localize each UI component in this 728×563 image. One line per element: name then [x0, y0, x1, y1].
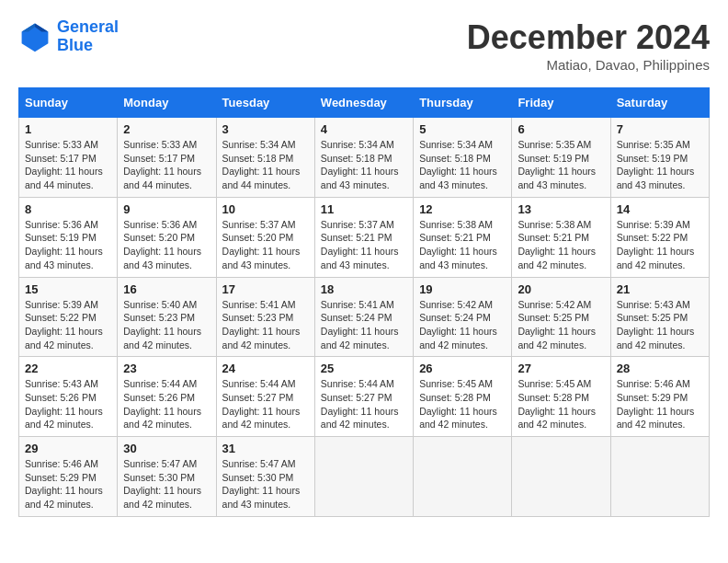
day-number: 29 — [25, 442, 111, 455]
day-info: Sunrise: 5:45 AMSunset: 5:28 PMDaylight:… — [419, 377, 506, 431]
day-number: 21 — [617, 282, 703, 296]
day-info: Sunrise: 5:44 AMSunset: 5:27 PMDaylight:… — [222, 377, 309, 431]
weekday-row: SundayMondayTuesdayWednesdayThursdayFrid… — [19, 88, 710, 118]
calendar-week-row: 1Sunrise: 5:33 AMSunset: 5:17 PMDaylight… — [19, 118, 710, 198]
day-number: 7 — [617, 122, 703, 136]
calendar-cell: 5Sunrise: 5:34 AMSunset: 5:18 PMDaylight… — [414, 118, 512, 198]
calendar-cell: 26Sunrise: 5:45 AMSunset: 5:28 PMDayligh… — [414, 357, 512, 437]
calendar-cell — [314, 437, 413, 517]
day-info: Sunrise: 5:43 AMSunset: 5:26 PMDaylight:… — [25, 377, 111, 431]
day-info: Sunrise: 5:37 AMSunset: 5:21 PMDaylight:… — [321, 218, 407, 272]
title-block: December 2024 Matiao, Davao, Philippines — [467, 18, 710, 73]
day-number: 6 — [518, 122, 604, 136]
day-number: 28 — [617, 362, 703, 375]
day-info: Sunrise: 5:38 AMSunset: 5:21 PMDaylight:… — [419, 218, 506, 272]
day-info: Sunrise: 5:43 AMSunset: 5:25 PMDaylight:… — [617, 298, 703, 352]
day-number: 8 — [25, 202, 111, 216]
day-info: Sunrise: 5:38 AMSunset: 5:21 PMDaylight:… — [518, 218, 604, 272]
calendar-cell — [610, 437, 709, 517]
weekday-header: Sunday — [19, 88, 118, 118]
calendar-cell: 6Sunrise: 5:35 AMSunset: 5:19 PMDaylight… — [512, 118, 610, 198]
calendar-cell: 11Sunrise: 5:37 AMSunset: 5:21 PMDayligh… — [314, 197, 413, 277]
calendar-cell: 24Sunrise: 5:44 AMSunset: 5:27 PMDayligh… — [216, 357, 314, 437]
page-header: General Blue December 2024 Matiao, Davao… — [18, 18, 710, 73]
calendar-cell: 17Sunrise: 5:41 AMSunset: 5:23 PMDayligh… — [216, 277, 314, 357]
calendar-cell: 19Sunrise: 5:42 AMSunset: 5:24 PMDayligh… — [414, 277, 512, 357]
day-info: Sunrise: 5:34 AMSunset: 5:18 PMDaylight:… — [222, 138, 309, 192]
svg-marker-0 — [22, 23, 49, 52]
calendar-cell: 4Sunrise: 5:34 AMSunset: 5:18 PMDaylight… — [314, 118, 413, 198]
day-info: Sunrise: 5:42 AMSunset: 5:25 PMDaylight:… — [518, 298, 604, 352]
day-info: Sunrise: 5:35 AMSunset: 5:19 PMDaylight:… — [518, 138, 604, 192]
day-info: Sunrise: 5:47 AMSunset: 5:30 PMDaylight:… — [123, 457, 210, 511]
calendar-cell: 23Sunrise: 5:44 AMSunset: 5:26 PMDayligh… — [118, 357, 216, 437]
calendar-cell: 1Sunrise: 5:33 AMSunset: 5:17 PMDaylight… — [19, 118, 118, 198]
day-number: 12 — [419, 202, 506, 216]
day-number: 25 — [321, 362, 407, 375]
day-number: 30 — [123, 442, 210, 455]
calendar-table: SundayMondayTuesdayWednesdayThursdayFrid… — [18, 87, 710, 517]
weekday-header: Friday — [512, 88, 610, 118]
day-number: 26 — [419, 362, 506, 375]
day-number: 15 — [25, 282, 111, 296]
day-info: Sunrise: 5:46 AMSunset: 5:29 PMDaylight:… — [25, 457, 111, 511]
day-info: Sunrise: 5:41 AMSunset: 5:23 PMDaylight:… — [222, 298, 309, 352]
day-number: 19 — [419, 282, 506, 296]
day-number: 13 — [518, 202, 604, 216]
day-info: Sunrise: 5:47 AMSunset: 5:30 PMDaylight:… — [222, 457, 309, 511]
day-info: Sunrise: 5:46 AMSunset: 5:29 PMDaylight:… — [617, 377, 703, 431]
calendar-cell: 16Sunrise: 5:40 AMSunset: 5:23 PMDayligh… — [118, 277, 216, 357]
calendar-cell: 10Sunrise: 5:37 AMSunset: 5:20 PMDayligh… — [216, 197, 314, 277]
calendar-cell: 7Sunrise: 5:35 AMSunset: 5:19 PMDaylight… — [610, 118, 709, 198]
day-info: Sunrise: 5:39 AMSunset: 5:22 PMDaylight:… — [617, 218, 703, 272]
calendar-cell: 2Sunrise: 5:33 AMSunset: 5:17 PMDaylight… — [118, 118, 216, 198]
day-number: 3 — [222, 122, 309, 136]
calendar-week-row: 22Sunrise: 5:43 AMSunset: 5:26 PMDayligh… — [19, 357, 710, 437]
day-info: Sunrise: 5:34 AMSunset: 5:18 PMDaylight:… — [419, 138, 506, 192]
calendar-cell: 9Sunrise: 5:36 AMSunset: 5:20 PMDaylight… — [118, 197, 216, 277]
day-number: 17 — [222, 282, 309, 296]
calendar-cell: 22Sunrise: 5:43 AMSunset: 5:26 PMDayligh… — [19, 357, 118, 437]
weekday-header: Wednesday — [314, 88, 413, 118]
day-info: Sunrise: 5:36 AMSunset: 5:19 PMDaylight:… — [25, 218, 111, 272]
calendar-cell: 20Sunrise: 5:42 AMSunset: 5:25 PMDayligh… — [512, 277, 610, 357]
day-number: 23 — [123, 362, 210, 375]
weekday-header: Saturday — [610, 88, 709, 118]
day-number: 20 — [518, 282, 604, 296]
calendar-cell: 3Sunrise: 5:34 AMSunset: 5:18 PMDaylight… — [216, 118, 314, 198]
day-info: Sunrise: 5:33 AMSunset: 5:17 PMDaylight:… — [123, 138, 210, 192]
day-info: Sunrise: 5:36 AMSunset: 5:20 PMDaylight:… — [123, 218, 210, 272]
calendar-cell: 8Sunrise: 5:36 AMSunset: 5:19 PMDaylight… — [19, 197, 118, 277]
day-number: 9 — [123, 202, 210, 216]
calendar-body: 1Sunrise: 5:33 AMSunset: 5:17 PMDaylight… — [19, 118, 710, 517]
calendar-cell: 21Sunrise: 5:43 AMSunset: 5:25 PMDayligh… — [610, 277, 709, 357]
calendar-cell: 14Sunrise: 5:39 AMSunset: 5:22 PMDayligh… — [610, 197, 709, 277]
day-info: Sunrise: 5:34 AMSunset: 5:18 PMDaylight:… — [321, 138, 407, 192]
day-number: 24 — [222, 362, 309, 375]
calendar-week-row: 15Sunrise: 5:39 AMSunset: 5:22 PMDayligh… — [19, 277, 710, 357]
calendar-cell: 27Sunrise: 5:45 AMSunset: 5:28 PMDayligh… — [512, 357, 610, 437]
calendar-cell: 31Sunrise: 5:47 AMSunset: 5:30 PMDayligh… — [216, 437, 314, 517]
day-number: 2 — [123, 122, 210, 136]
day-info: Sunrise: 5:41 AMSunset: 5:24 PMDaylight:… — [321, 298, 407, 352]
calendar-cell — [414, 437, 512, 517]
day-number: 31 — [222, 442, 309, 455]
day-info: Sunrise: 5:39 AMSunset: 5:22 PMDaylight:… — [25, 298, 111, 352]
calendar-cell: 25Sunrise: 5:44 AMSunset: 5:27 PMDayligh… — [314, 357, 413, 437]
weekday-header: Thursday — [414, 88, 512, 118]
calendar-cell: 12Sunrise: 5:38 AMSunset: 5:21 PMDayligh… — [414, 197, 512, 277]
calendar-cell: 29Sunrise: 5:46 AMSunset: 5:29 PMDayligh… — [19, 437, 118, 517]
calendar-cell: 30Sunrise: 5:47 AMSunset: 5:30 PMDayligh… — [118, 437, 216, 517]
calendar-week-row: 29Sunrise: 5:46 AMSunset: 5:29 PMDayligh… — [19, 437, 710, 517]
day-number: 10 — [222, 202, 309, 216]
month-title: December 2024 — [467, 18, 710, 57]
day-info: Sunrise: 5:44 AMSunset: 5:26 PMDaylight:… — [123, 377, 210, 431]
logo-line1: General — [57, 17, 119, 36]
logo: General Blue — [18, 18, 119, 55]
day-number: 4 — [321, 122, 407, 136]
calendar-week-row: 8Sunrise: 5:36 AMSunset: 5:19 PMDaylight… — [19, 197, 710, 277]
logo-line2: Blue — [57, 36, 93, 54]
calendar-cell — [512, 437, 610, 517]
day-info: Sunrise: 5:45 AMSunset: 5:28 PMDaylight:… — [518, 377, 604, 431]
day-info: Sunrise: 5:37 AMSunset: 5:20 PMDaylight:… — [222, 218, 309, 272]
